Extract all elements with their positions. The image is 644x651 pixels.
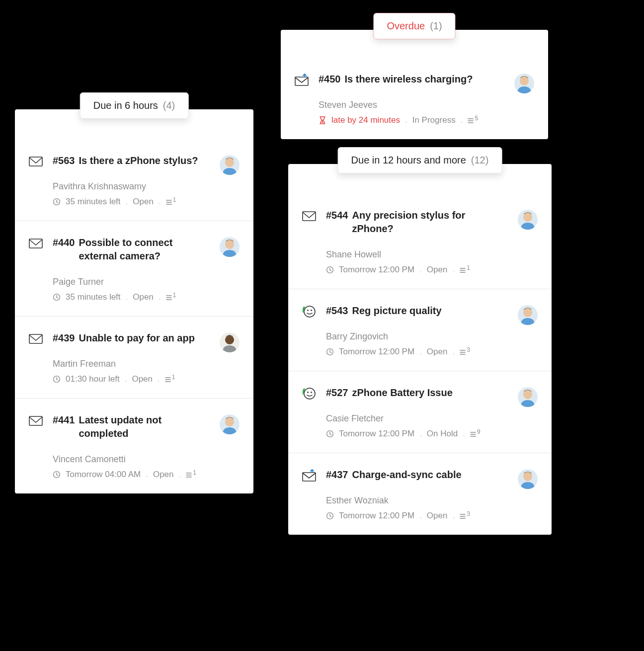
column-header[interactable]: Due in 6 hours (4) <box>80 92 189 119</box>
ticket-card[interactable]: #441 Latest update not completed Vincent… <box>15 399 253 493</box>
ticket-id: #527 <box>326 386 348 400</box>
ticket-status: Open <box>427 347 448 357</box>
ticket-card[interactable]: #440 Possible to connect external camera… <box>15 221 253 317</box>
ticket-id: #437 <box>326 468 348 482</box>
ticket-subject: Is there a zPhone stylus? <box>79 154 198 167</box>
ticket-requester: Vincent Camonetti <box>53 454 211 465</box>
ticket-meta: Tomorrow 12:00 PM . Open . 1 <box>326 265 509 275</box>
ticket-card[interactable]: #563 Is there a zPhone stylus? Pavithra … <box>15 139 253 221</box>
ticket-due: Tomorrow 12:00 PM <box>339 429 414 439</box>
ticket-list: #563 Is there a zPhone stylus? Pavithra … <box>15 109 253 493</box>
ticket-meta: 01:30 hour left . Open . 1 <box>53 374 211 384</box>
ticket-card[interactable]: #439 Unable to pay for an app Martin Fre… <box>15 317 253 399</box>
avatar[interactable] <box>220 414 240 434</box>
clock-icon <box>326 266 334 274</box>
column-count: (1) <box>430 20 442 32</box>
ticket-meta: 35 minutes left . Open . 1 <box>53 197 211 207</box>
avatar[interactable] <box>518 305 538 325</box>
ticket-meta: 35 minutes left . Open . 1 <box>53 292 211 302</box>
ticket-due: 01:30 hour left <box>66 374 120 384</box>
column-header[interactable]: Overdue (1) <box>373 13 455 39</box>
avatar[interactable] <box>220 155 240 175</box>
list-icon <box>460 513 466 519</box>
ticket-title[interactable]: #450 Is there wireless charging? <box>319 73 505 86</box>
feedback-icon <box>302 387 316 400</box>
separator-dot: . <box>159 197 161 207</box>
clock-icon <box>53 471 61 479</box>
ticket-title[interactable]: #440 Possible to connect external camera… <box>53 236 211 263</box>
clock-icon <box>53 375 61 383</box>
avatar[interactable] <box>514 74 534 93</box>
separator-dot: . <box>419 429 422 439</box>
ticket-requester: Paige Turner <box>53 277 211 287</box>
ticket-due: Tomorrow 12:00 PM <box>339 511 414 521</box>
ticket-id: #450 <box>319 73 341 86</box>
avatar[interactable] <box>220 237 240 257</box>
ticket-id: #440 <box>53 236 75 263</box>
ticket-requester: Martin Freeman <box>53 359 211 369</box>
avatar[interactable] <box>518 387 538 407</box>
ticket-title[interactable]: #544 Any precision stylus for zPhone? <box>326 209 509 236</box>
ticket-subject: Is there wireless charging? <box>345 73 473 86</box>
ticket-subject: Any precision stylus for zPhone? <box>352 209 509 236</box>
ticket-status: On Hold <box>427 429 458 439</box>
list-icon <box>460 349 466 355</box>
email-reply-icon <box>295 74 309 86</box>
ticket-title[interactable]: #527 zPhone Battery Issue <box>326 386 509 400</box>
ticket-title[interactable]: #441 Latest update not completed <box>53 413 211 440</box>
ticket-id: #563 <box>53 154 75 167</box>
ticket-id: #441 <box>53 413 75 440</box>
thread-count: 1 <box>166 198 176 205</box>
column-label: Due in 6 hours <box>93 100 158 111</box>
separator-dot: . <box>405 115 407 125</box>
ticket-id: #543 <box>326 304 348 318</box>
list-icon <box>468 118 474 124</box>
clock-icon <box>326 512 334 520</box>
ticket-meta: Tomorrow 04:00 AM . Open . 1 <box>53 470 211 480</box>
email-icon <box>29 155 43 168</box>
ticket-status: Open <box>133 197 154 207</box>
ticket-status: Open <box>132 374 153 384</box>
thread-count: 1 <box>165 376 175 383</box>
column-header[interactable]: Due in 12 hours and more (12) <box>338 147 502 173</box>
ticket-title[interactable]: #563 Is there a zPhone stylus? <box>53 154 211 167</box>
email-icon <box>29 414 43 427</box>
ticket-status: Open <box>427 511 448 521</box>
thread-count: 1 <box>460 266 470 273</box>
separator-dot: . <box>419 347 422 357</box>
ticket-subject: Unable to pay for an app <box>79 331 195 345</box>
ticket-status: Open <box>133 292 154 302</box>
list-icon <box>186 472 192 478</box>
column-label: Overdue <box>387 20 425 32</box>
ticket-title[interactable]: #543 Reg picture quality <box>326 304 509 318</box>
ticket-title[interactable]: #439 Unable to pay for an app <box>53 331 211 345</box>
column-overdue: Overdue (1) #450 Is there wireless charg… <box>281 30 548 139</box>
separator-dot: . <box>419 265 422 275</box>
clock-icon <box>53 198 61 206</box>
email-reply-icon <box>302 469 316 482</box>
ticket-subject: Charge-and-sync cable <box>352 468 462 482</box>
separator-dot: . <box>158 374 160 384</box>
avatar[interactable] <box>220 332 240 352</box>
ticket-subject: Latest update not completed <box>79 413 211 440</box>
thread-count: 1 <box>166 294 176 301</box>
ticket-meta: Tomorrow 12:00 PM . Open . 3 <box>326 347 509 357</box>
ticket-requester: Pavithra Krishnaswamy <box>53 181 211 192</box>
ticket-title[interactable]: #437 Charge-and-sync cable <box>326 468 509 482</box>
list-icon <box>460 267 466 273</box>
clock-icon <box>53 293 61 301</box>
avatar[interactable] <box>518 469 538 489</box>
ticket-card[interactable]: #437 Charge-and-sync cable Esther Woznia… <box>288 453 552 535</box>
clock-icon <box>326 348 334 356</box>
ticket-card[interactable]: #527 zPhone Battery Issue Casie Fletcher… <box>288 371 552 453</box>
avatar[interactable] <box>518 210 538 230</box>
thread-count: 1 <box>186 471 196 478</box>
ticket-meta: Tomorrow 12:00 PM . Open . 3 <box>326 511 509 521</box>
ticket-card[interactable]: #543 Reg picture quality Barry Zingovich… <box>288 289 552 371</box>
ticket-requester: Steven Jeeves <box>319 100 505 110</box>
email-icon <box>29 237 43 250</box>
separator-dot: . <box>463 429 465 439</box>
ticket-status: In Progress <box>412 115 456 125</box>
ticket-card[interactable]: #450 Is there wireless charging? Steven … <box>281 58 548 139</box>
ticket-card[interactable]: #544 Any precision stylus for zPhone? Sh… <box>288 194 552 289</box>
